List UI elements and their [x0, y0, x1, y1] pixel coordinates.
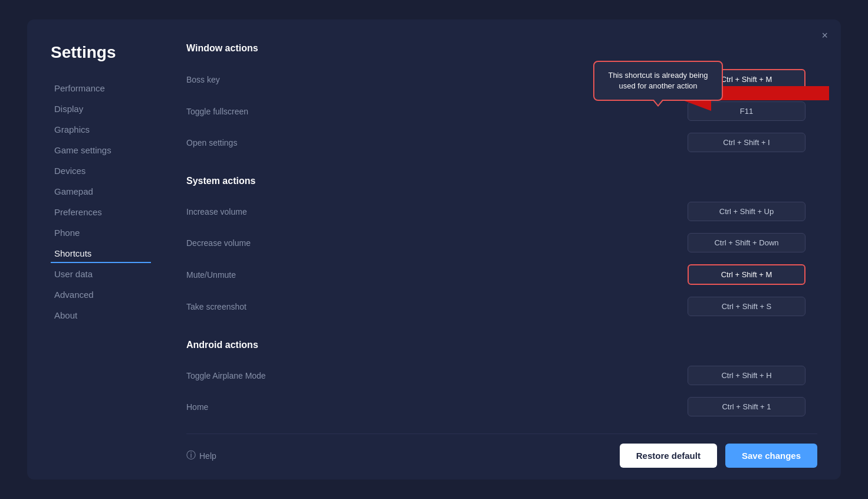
shortcut-cell-decrease-volume — [530, 227, 811, 258]
sidebar-item-display[interactable]: Display — [51, 99, 151, 119]
sidebar-item-phone[interactable]: Phone — [51, 223, 151, 242]
shortcut-cell-take-screenshot — [530, 291, 811, 322]
shortcut-label-open-settings: Open settings — [186, 127, 530, 158]
table-row: Mute/Unmute — [186, 258, 811, 291]
shortcut-cell-mute-unmute — [530, 258, 811, 291]
restore-default-button[interactable]: Restore default — [620, 444, 717, 468]
shortcut-label-toggle-airplane: Toggle Airplane Mode — [186, 360, 530, 391]
table-row: Open settings — [186, 127, 811, 158]
shortcut-label-increase-volume: Increase volume — [186, 196, 530, 227]
sidebar-item-gamepad[interactable]: Gamepad — [51, 182, 151, 201]
sidebar-item-game-settings[interactable]: Game settings — [51, 140, 151, 160]
help-label: Help — [199, 451, 216, 461]
shortcut-input-take-screenshot[interactable] — [688, 297, 805, 316]
conflict-tooltip: This shortcut is already being used for … — [593, 61, 723, 101]
shortcut-cell-increase-volume — [530, 196, 811, 227]
sidebar-item-about[interactable]: About — [51, 306, 151, 325]
table-row: Toggle Airplane Mode — [186, 360, 811, 391]
sidebar-item-performance[interactable]: Performance — [51, 78, 151, 98]
shortcut-cell-back — [530, 422, 811, 428]
shortcut-cell-open-settings — [530, 127, 811, 158]
help-link[interactable]: ⓘ Help — [186, 449, 216, 462]
shortcut-input-toggle-airplane[interactable] — [688, 366, 805, 385]
save-changes-button[interactable]: Save changes — [725, 444, 817, 468]
shortcut-input-open-settings[interactable] — [688, 133, 805, 152]
shortcut-input-increase-volume[interactable] — [688, 202, 805, 221]
shortcut-cell-home — [530, 391, 811, 422]
close-button[interactable]: × — [821, 30, 828, 41]
shortcut-label-boss-key: Boss key — [186, 63, 530, 96]
system-actions-table: Increase volume Decrease volume Mute/Unm… — [186, 196, 811, 322]
sidebar-item-shortcuts[interactable]: Shortcuts — [51, 244, 151, 263]
footer-buttons: Restore default Save changes — [620, 444, 817, 468]
shortcut-label-mute-unmute: Mute/Unmute — [186, 258, 530, 291]
shortcut-label-decrease-volume: Decrease volume — [186, 227, 530, 258]
section-title-android-actions: Android actions — [186, 340, 811, 350]
help-icon: ⓘ — [186, 449, 196, 462]
shortcut-cell-toggle-airplane — [530, 360, 811, 391]
section-title-system-actions: System actions — [186, 176, 811, 186]
section-title-window-actions: Window actions — [186, 43, 811, 54]
sidebar-item-graphics[interactable]: Graphics — [51, 120, 151, 139]
window-content: Settings Performance Display Graphics Ga… — [27, 19, 841, 480]
sidebar-item-devices[interactable]: Devices — [51, 161, 151, 180]
settings-window: × Settings Performance Display Graphics … — [27, 19, 841, 480]
shortcut-label-take-screenshot: Take screenshot — [186, 291, 530, 322]
shortcut-input-home[interactable] — [688, 397, 805, 416]
footer: ⓘ Help Restore default Save changes — [186, 434, 817, 480]
table-row: Take screenshot — [186, 291, 811, 322]
tooltip-message: This shortcut is already being used for … — [593, 61, 723, 101]
shortcut-input-mute-unmute[interactable] — [688, 264, 805, 285]
shortcut-input-decrease-volume[interactable] — [688, 233, 805, 252]
sidebar-title: Settings — [51, 43, 151, 62]
sidebar-item-preferences[interactable]: Preferences — [51, 202, 151, 222]
shortcut-label-back: Back — [186, 422, 530, 428]
sidebar-item-user-data[interactable]: User data — [51, 264, 151, 284]
sidebar-item-advanced[interactable]: Advanced — [51, 285, 151, 304]
sidebar: Settings Performance Display Graphics Ga… — [27, 19, 163, 480]
table-row: Back — [186, 422, 811, 428]
table-row: Increase volume — [186, 196, 811, 227]
shortcut-label-toggle-fullscreen: Toggle fullscreen — [186, 96, 530, 127]
table-row: Home — [186, 391, 811, 422]
shortcut-label-home: Home — [186, 391, 530, 422]
table-row: Decrease volume — [186, 227, 811, 258]
android-actions-table: Toggle Airplane Mode Home Back — [186, 360, 811, 428]
